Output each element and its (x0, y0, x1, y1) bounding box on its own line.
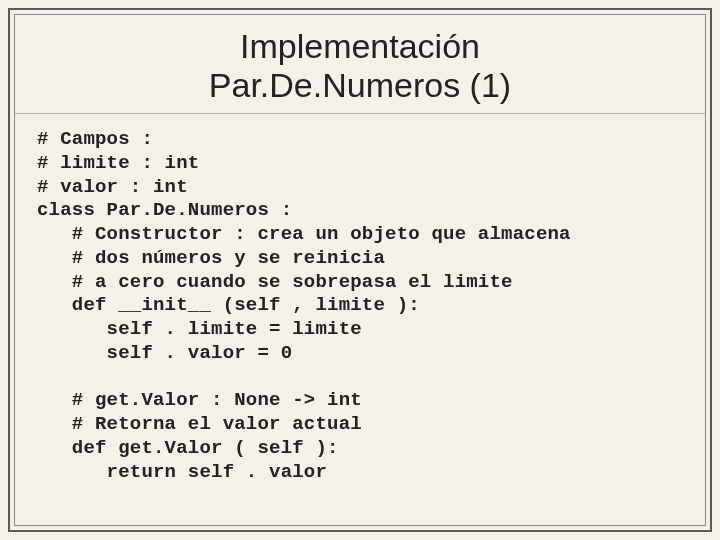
title-line-2: Par.De.Numeros (1) (209, 66, 511, 104)
slide-inner-frame: Implementación Par.De.Numeros (1) # Camp… (14, 14, 706, 526)
slide-outer-frame: Implementación Par.De.Numeros (1) # Camp… (8, 8, 712, 532)
code-block: # Campos : # limite : int # valor : int … (15, 114, 705, 494)
title-line-1: Implementación (240, 27, 480, 65)
slide-title: Implementación Par.De.Numeros (1) (15, 15, 705, 114)
